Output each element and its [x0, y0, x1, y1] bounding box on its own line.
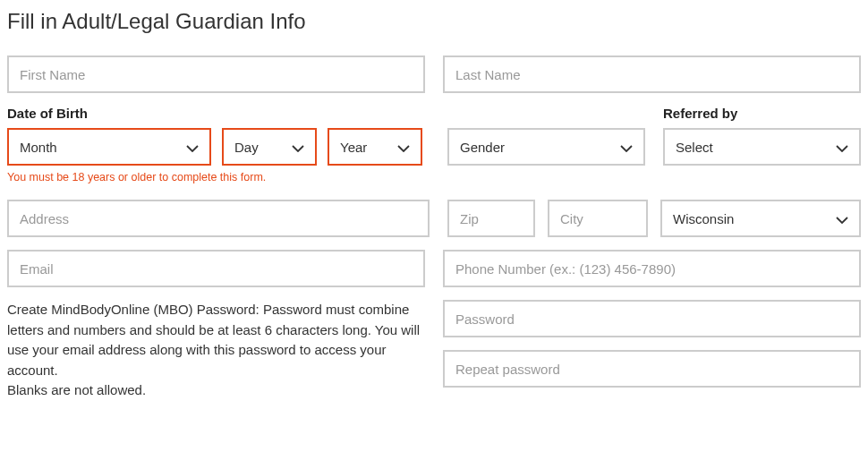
phone-input[interactable]: [443, 250, 861, 287]
state-select[interactable]: Wisconsin: [660, 200, 861, 237]
zip-input[interactable]: [447, 200, 535, 237]
dob-month-select[interactable]: Month: [7, 128, 211, 166]
gender-text: Gender: [460, 140, 505, 155]
password-info-text: Create MindBodyOnline (MBO) Password: Pa…: [7, 300, 425, 380]
chevron-down-icon: [292, 140, 304, 155]
password-info-text-2: Blanks are not allowed.: [7, 380, 425, 401]
city-input[interactable]: [548, 200, 648, 237]
password-input[interactable]: [443, 300, 861, 337]
dob-day-select[interactable]: Day: [222, 128, 317, 166]
email-input[interactable]: [7, 250, 425, 287]
page-title: Fill in Adult/Legal Guardian Info: [7, 9, 861, 34]
chevron-down-icon: [836, 211, 848, 226]
referred-by-select[interactable]: Select: [663, 128, 861, 166]
dob-label: Date of Birth: [7, 106, 430, 121]
age-error-text: You must be 18 years or older to complet…: [7, 171, 861, 183]
dob-year-select[interactable]: Year: [328, 128, 422, 166]
chevron-down-icon: [186, 140, 199, 155]
chevron-down-icon: [620, 140, 633, 155]
gender-select[interactable]: Gender: [447, 128, 645, 166]
dob-month-text: Month: [20, 140, 57, 155]
state-text: Wisconsin: [673, 211, 734, 226]
address-input[interactable]: [7, 200, 430, 237]
chevron-down-icon: [836, 140, 848, 155]
first-name-input[interactable]: [7, 55, 425, 93]
last-name-input[interactable]: [443, 55, 861, 93]
dob-year-text: Year: [340, 140, 367, 155]
referred-by-text: Select: [676, 140, 713, 155]
referred-by-label: Referred by: [663, 106, 861, 121]
dob-day-text: Day: [234, 140, 259, 155]
repeat-password-input[interactable]: [443, 350, 861, 388]
chevron-down-icon: [397, 140, 410, 155]
